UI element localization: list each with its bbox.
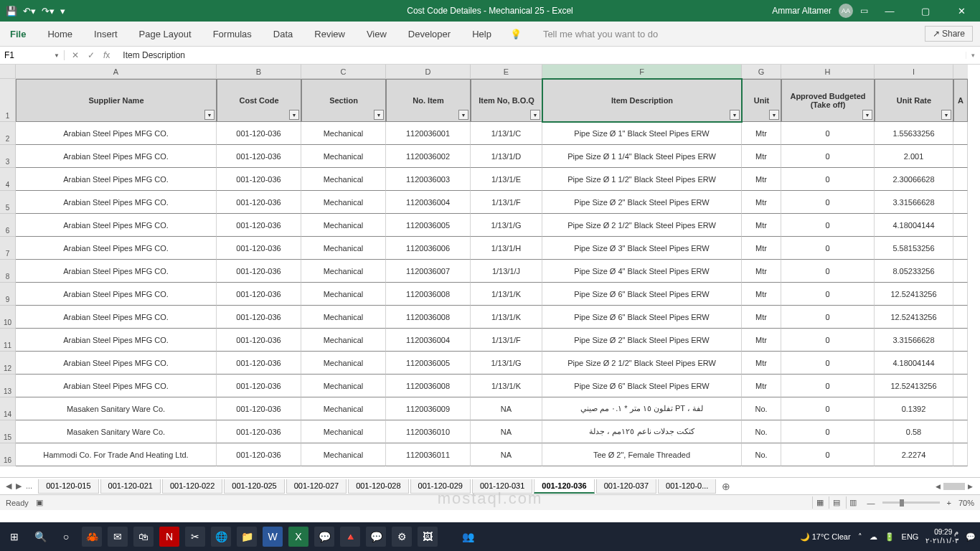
cell-D11[interactable]: 1120036004 (386, 329, 471, 352)
row-header-12[interactable]: 12 (0, 352, 16, 375)
cell-B8[interactable]: 001-120-036 (217, 260, 301, 283)
cell-I15[interactable]: 0.58 (875, 420, 953, 443)
cell-G5[interactable]: Mtr (742, 191, 781, 214)
cell-I2[interactable]: 1.55633256 (875, 122, 953, 145)
row-header-9[interactable]: 9 (0, 283, 16, 306)
cell-E2[interactable]: 1/13/1/C (471, 122, 542, 145)
cell-D7[interactable]: 1120036006 (386, 237, 471, 260)
taskbar-app-netflix[interactable]: N (159, 527, 179, 547)
qat-customize-icon[interactable]: ▾ (60, 6, 65, 17)
ribbon-tab-review[interactable]: Review (311, 23, 348, 45)
col-header-I[interactable]: I (875, 65, 953, 79)
cell-B12[interactable]: 001-120-036 (217, 352, 301, 375)
cell-F8[interactable]: Pipe Size Ø 4" Black Steel Pipes ERW (542, 260, 742, 283)
row-header-1[interactable]: 1 (0, 79, 16, 122)
cell-I13[interactable]: 12.52413256 (875, 375, 953, 397)
hscroll-left-icon[interactable]: ◀ (936, 483, 941, 490)
ribbon-tab-home[interactable]: Home (44, 23, 75, 45)
sheet-tab-001-120-022[interactable]: 001-120-022 (162, 479, 222, 494)
row-header-16[interactable]: 16 (0, 443, 16, 466)
cell-A9[interactable]: Arabian Steel Pipes MFG CO. (16, 283, 217, 306)
cell-partial-14[interactable] (953, 397, 968, 420)
cell-C9[interactable]: Mechanical (301, 283, 386, 306)
taskbar-app-store[interactable]: 🛍 (133, 527, 154, 547)
ribbon-tab-page-layout[interactable]: Page Layout (136, 23, 194, 45)
cell-C8[interactable]: Mechanical (301, 260, 386, 283)
cancel-formula-icon[interactable]: ✕ (72, 50, 79, 60)
cell-B16[interactable]: 001-120-036 (217, 443, 301, 466)
cell-G8[interactable]: Mtr (742, 260, 781, 283)
cell-A13[interactable]: Arabian Steel Pipes MFG CO. (16, 375, 217, 397)
sheet-tab-001-120-031[interactable]: 001-120-031 (472, 479, 532, 494)
cell-F9[interactable]: Pipe Size Ø 6" Black Steel Pipes ERW (542, 283, 742, 306)
row-header-6[interactable]: 6 (0, 214, 16, 237)
row-header-8[interactable]: 8 (0, 260, 16, 283)
filter-icon-noitem[interactable]: ▼ (458, 110, 468, 120)
cell-D12[interactable]: 1120036005 (386, 352, 471, 375)
tell-me-input[interactable]: Tell me what you want to do (543, 29, 658, 39)
row-header-5[interactable]: 5 (0, 191, 16, 214)
header-cell-budget[interactable]: Approved Budgeted (Take off)▼ (781, 79, 875, 122)
ribbon-tab-developer[interactable]: Developer (405, 23, 453, 45)
cell-H6[interactable]: 0 (781, 214, 875, 237)
cell-G14[interactable]: No. (742, 397, 781, 420)
ribbon-tab-insert[interactable]: Insert (91, 23, 121, 45)
cell-F15[interactable]: كتكت جدلات ناعم ١٢٥مم ، جدلة (542, 420, 742, 443)
sheet-nav-more[interactable]: ... (26, 481, 32, 491)
cell-D6[interactable]: 1120036005 (386, 214, 471, 237)
taskbar-app-teams[interactable]: 💬 (314, 527, 334, 547)
user-avatar[interactable]: AA (839, 4, 853, 18)
cell-partial-12[interactable] (953, 352, 968, 375)
cell-E14[interactable]: NA (471, 397, 542, 420)
cell-F12[interactable]: Pipe Size Ø 2 1/2" Black Steel Pipes ERW (542, 352, 742, 375)
cell-H5[interactable]: 0 (781, 191, 875, 214)
cell-H11[interactable]: 0 (781, 329, 875, 352)
taskbar-app-excel[interactable]: X (288, 527, 308, 547)
cell-E6[interactable]: 1/13/1/G (471, 214, 542, 237)
cell-B14[interactable]: 001-120-036 (217, 397, 301, 420)
header-cell-boq[interactable]: Item No, B.O.Q▼ (471, 79, 542, 122)
cell-C14[interactable]: Mechanical (301, 397, 386, 420)
cell-G3[interactable]: Mtr (742, 145, 781, 168)
cell-I7[interactable]: 5.58153256 (875, 237, 953, 260)
taskbar-people-icon[interactable]: 👥 (458, 527, 478, 547)
cell-partial-5[interactable] (953, 191, 968, 214)
tray-chevron-icon[interactable]: ˄ (858, 532, 862, 542)
sheet-tab-001-120-015[interactable]: 001-120-015 (38, 479, 98, 494)
cell-B4[interactable]: 001-120-036 (217, 168, 301, 191)
cell-A3[interactable]: Arabian Steel Pipes MFG CO. (16, 145, 217, 168)
filter-icon-supplier[interactable]: ▼ (204, 110, 215, 120)
cell-H8[interactable]: 0 (781, 260, 875, 283)
taskbar-app-photos[interactable]: 🖼 (418, 527, 438, 547)
cell-E4[interactable]: 1/13/1/E (471, 168, 542, 191)
cell-G16[interactable]: No. (742, 443, 781, 466)
chevron-down-icon[interactable]: ▼ (54, 52, 60, 59)
ribbon-tab-data[interactable]: Data (270, 23, 296, 45)
sheet-tab-001-120-0...[interactable]: 001-120-0... (658, 479, 716, 494)
cell-C11[interactable]: Mechanical (301, 329, 386, 352)
spreadsheet-grid[interactable]: ABCDEFGHI 1Supplier Name▼Cost Code▼Secti… (0, 65, 980, 477)
taskbar-app-messenger[interactable]: 💬 (366, 527, 386, 547)
cell-I4[interactable]: 2.30066628 (875, 168, 953, 191)
cell-H7[interactable]: 0 (781, 237, 875, 260)
cell-partial-16[interactable] (953, 443, 968, 466)
row-header-3[interactable]: 3 (0, 145, 16, 168)
cell-E8[interactable]: 1/13/1/J (471, 260, 542, 283)
cell-C10[interactable]: Mechanical (301, 306, 386, 329)
header-cell-section[interactable]: Section▼ (301, 79, 386, 122)
cell-partial-7[interactable] (953, 237, 968, 260)
cell-A2[interactable]: Arabian Steel Pipes MFG CO. (16, 122, 217, 145)
weather-widget[interactable]: 🌙 17°C Clear (800, 532, 851, 542)
cell-H2[interactable]: 0 (781, 122, 875, 145)
header-cell-unit[interactable]: Unit▼ (742, 79, 781, 122)
filter-icon-boq[interactable]: ▼ (530, 110, 540, 120)
name-box[interactable]: F1▼ (0, 50, 65, 60)
header-cell-cost[interactable]: Cost Code▼ (217, 79, 301, 122)
cell-B9[interactable]: 001-120-036 (217, 283, 301, 306)
cell-F10[interactable]: Pipe Size Ø 6" Black Steel Pipes ERW (542, 306, 742, 329)
hscroll-thumb[interactable] (943, 483, 965, 490)
sheet-tab-001-120-028[interactable]: 001-120-028 (348, 479, 408, 494)
cell-G7[interactable]: Mtr (742, 237, 781, 260)
normal-view-icon[interactable]: ▦ (812, 496, 826, 509)
cell-C3[interactable]: Mechanical (301, 145, 386, 168)
